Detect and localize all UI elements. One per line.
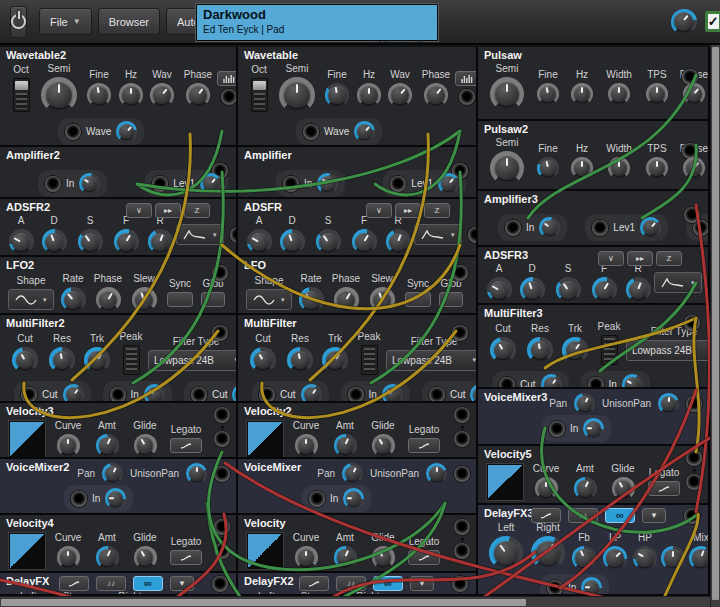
s-knob[interactable] bbox=[316, 229, 341, 254]
output-jack[interactable] bbox=[684, 315, 700, 331]
r-knob[interactable] bbox=[626, 277, 651, 302]
in-jack[interactable] bbox=[110, 387, 126, 403]
secondary-output-jack[interactable] bbox=[454, 543, 470, 559]
peak-slider[interactable] bbox=[601, 335, 618, 365]
d-knob[interactable] bbox=[280, 229, 305, 254]
envelope-shape-dropdown[interactable]: ▾ bbox=[654, 272, 702, 293]
lev1-mod-knob[interactable] bbox=[640, 217, 661, 238]
slope-mode-button[interactable]: Z bbox=[656, 251, 682, 266]
in-jack[interactable] bbox=[505, 220, 521, 236]
output-jack[interactable] bbox=[214, 407, 230, 423]
cable-visibility-checkbox-green[interactable]: ✓ bbox=[705, 11, 720, 32]
pan-knob[interactable] bbox=[574, 393, 595, 414]
legato-button[interactable] bbox=[408, 550, 440, 565]
curve-knob[interactable] bbox=[57, 546, 80, 569]
s-knob[interactable] bbox=[556, 277, 581, 302]
glide-knob[interactable] bbox=[372, 434, 395, 457]
phase-knob[interactable] bbox=[186, 83, 210, 107]
res-knob[interactable] bbox=[527, 337, 553, 363]
velocity-curve-display[interactable] bbox=[247, 421, 283, 457]
envelope-shape-dropdown[interactable]: ▾ bbox=[176, 224, 224, 245]
cut-jack[interactable] bbox=[499, 377, 515, 390]
semi-knob[interactable] bbox=[41, 77, 77, 113]
phase-knob[interactable] bbox=[424, 83, 448, 107]
curve-knob[interactable] bbox=[295, 434, 318, 457]
in-mod-knob[interactable] bbox=[343, 488, 364, 509]
in-jack[interactable] bbox=[309, 491, 325, 507]
in-mod-knob[interactable] bbox=[317, 173, 338, 194]
phase-knob[interactable] bbox=[683, 157, 705, 179]
wav-knob[interactable] bbox=[150, 83, 174, 107]
in-jack[interactable] bbox=[71, 491, 87, 507]
output-jack[interactable] bbox=[684, 207, 700, 223]
glide-button[interactable] bbox=[531, 508, 561, 523]
filter-type-dropdown[interactable]: Lowpass 24B▾ bbox=[148, 350, 236, 371]
output-jack[interactable] bbox=[212, 265, 228, 281]
hz-knob[interactable] bbox=[571, 83, 593, 105]
in-mod-knob[interactable] bbox=[144, 384, 165, 403]
a-knob[interactable] bbox=[9, 229, 34, 254]
retrigger-mode-button[interactable]: ▸▸ bbox=[627, 251, 653, 266]
shape-dropdown[interactable]: ▾ bbox=[246, 289, 292, 310]
lev1-mod-knob[interactable] bbox=[438, 173, 459, 194]
file-menu-button[interactable]: File ▼ bbox=[39, 8, 92, 35]
f-knob[interactable] bbox=[352, 229, 377, 254]
peak-slider[interactable] bbox=[361, 345, 378, 375]
legato-button[interactable] bbox=[170, 438, 202, 453]
glide-button[interactable] bbox=[59, 576, 89, 591]
output-jack[interactable] bbox=[454, 519, 470, 535]
semi-knob[interactable] bbox=[490, 77, 524, 111]
cut-mod-knob[interactable] bbox=[63, 384, 84, 403]
phase-knob[interactable] bbox=[96, 287, 121, 312]
scope-button[interactable] bbox=[455, 71, 476, 86]
semi-knob[interactable] bbox=[490, 151, 524, 185]
a-knob[interactable] bbox=[487, 277, 512, 302]
fine-knob[interactable] bbox=[537, 157, 559, 179]
secondary-output-jack[interactable] bbox=[454, 431, 470, 447]
in-jack[interactable] bbox=[45, 176, 61, 192]
rate-knob[interactable] bbox=[299, 287, 324, 312]
global-button[interactable] bbox=[439, 292, 463, 307]
width-knob[interactable] bbox=[608, 157, 630, 179]
hz-knob[interactable] bbox=[119, 83, 143, 107]
in-jack[interactable] bbox=[549, 421, 565, 437]
cut-mod-knob[interactable] bbox=[301, 384, 322, 403]
output-jack[interactable] bbox=[230, 227, 236, 243]
vertical-scrollbar[interactable] bbox=[710, 45, 720, 607]
output-jack[interactable] bbox=[452, 576, 468, 592]
unisonpan-knob[interactable] bbox=[658, 393, 679, 414]
retrigger-mode-button[interactable]: ▸▸ bbox=[395, 203, 421, 218]
hz-knob[interactable] bbox=[357, 83, 381, 107]
cut-jack[interactable] bbox=[259, 387, 275, 403]
in-mod-knob[interactable] bbox=[622, 374, 643, 389]
curve-knob[interactable] bbox=[535, 477, 558, 500]
cut-jack[interactable] bbox=[429, 387, 445, 403]
slope-mode-button[interactable]: Z bbox=[424, 203, 450, 218]
cut-knob[interactable] bbox=[12, 347, 38, 373]
slew-knob[interactable] bbox=[370, 287, 395, 312]
secondary-output-jack[interactable] bbox=[686, 474, 702, 490]
envelope-shape-dropdown[interactable]: ▾ bbox=[414, 224, 462, 245]
in-jack[interactable] bbox=[348, 387, 364, 403]
power-button[interactable] bbox=[10, 6, 27, 38]
output-jack[interactable] bbox=[214, 466, 230, 482]
lev1-jack[interactable] bbox=[152, 176, 168, 192]
wave-jack[interactable] bbox=[303, 124, 319, 140]
cut-jack[interactable] bbox=[21, 387, 37, 403]
wave-mod-knob[interactable] bbox=[116, 121, 137, 142]
in-mod-knob[interactable] bbox=[583, 418, 604, 439]
res-knob[interactable] bbox=[287, 347, 313, 373]
output-jack[interactable] bbox=[686, 450, 702, 466]
curve-knob[interactable] bbox=[57, 434, 80, 457]
d-knob[interactable] bbox=[42, 229, 67, 254]
width-knob[interactable] bbox=[608, 83, 630, 105]
lp-knob[interactable] bbox=[603, 546, 627, 570]
glide-button[interactable] bbox=[299, 576, 329, 591]
sync-button[interactable] bbox=[405, 292, 431, 307]
freeze-button[interactable]: ∞ bbox=[133, 576, 163, 591]
d-knob[interactable] bbox=[520, 277, 545, 302]
in-mod-knob[interactable] bbox=[581, 577, 602, 596]
scope-button[interactable] bbox=[217, 71, 236, 86]
left-knob[interactable] bbox=[489, 536, 523, 570]
slew-knob[interactable] bbox=[132, 287, 157, 312]
